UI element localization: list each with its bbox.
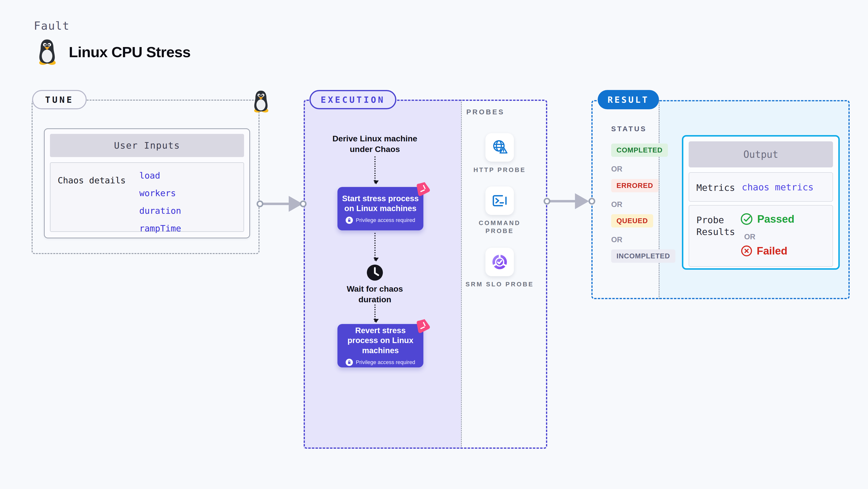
connector-dot bbox=[300, 200, 307, 207]
chaos-details-row: Chaos details load workers duration ramp… bbox=[50, 162, 244, 232]
terminal-icon bbox=[491, 192, 509, 210]
srm-slo-probe-label: SRM SLO PROBE bbox=[463, 280, 536, 288]
http-probe-card[interactable] bbox=[486, 133, 514, 162]
start-stress-node[interactable]: Start stress process on Linux machines P… bbox=[337, 187, 423, 230]
command-probe-label: COMMAND PROBE bbox=[463, 219, 536, 235]
revert-stress-node[interactable]: Revert stress process on Linux machines … bbox=[337, 324, 423, 367]
globe-alert-icon bbox=[491, 138, 509, 157]
lock-icon bbox=[346, 217, 353, 224]
failed-label: Failed bbox=[757, 245, 787, 257]
linux-tux-icon bbox=[35, 39, 59, 65]
passed-label: Passed bbox=[757, 213, 795, 225]
arrow-right-icon bbox=[575, 193, 589, 209]
passed-row: Passed bbox=[740, 212, 795, 226]
title-row: Linux CPU Stress bbox=[35, 39, 190, 65]
execution-label: EXECUTION bbox=[309, 90, 396, 109]
fault-kicker: Fault bbox=[34, 19, 69, 32]
result-label: RESULT bbox=[598, 90, 659, 109]
metrics-label: Metrics bbox=[696, 182, 735, 194]
status-badge-completed: COMPLETED bbox=[611, 143, 668, 157]
failed-row: Failed bbox=[740, 244, 787, 257]
tune-label: TUNE bbox=[32, 90, 87, 109]
probe-results-label: Probe Results bbox=[696, 214, 740, 238]
x-circle-icon bbox=[740, 244, 753, 257]
user-inputs-card: User Inputs Chaos details load workers d… bbox=[44, 128, 250, 238]
fault-diagram: Fault Linux CPU Stress TUNE User Inputs … bbox=[0, 0, 868, 489]
status-badge-incompleted: INCOMPLETED bbox=[611, 250, 675, 263]
user-inputs-header: User Inputs bbox=[50, 134, 244, 157]
chaos-fault-icon bbox=[416, 182, 431, 196]
or-label: OR bbox=[744, 233, 755, 241]
chaos-fault-icon bbox=[416, 319, 431, 333]
command-probe-card[interactable] bbox=[486, 187, 514, 215]
linux-tux-icon-small bbox=[251, 90, 271, 113]
page-title: Linux CPU Stress bbox=[69, 43, 190, 61]
wait-step-text: Wait for chaos duration bbox=[341, 284, 409, 305]
flow-arrow-icon bbox=[374, 233, 376, 261]
probe-results-row: Probe Results Passed OR Failed bbox=[689, 205, 833, 267]
or-label: OR bbox=[611, 235, 622, 244]
connector-dot bbox=[256, 200, 264, 207]
flow-arrow-icon bbox=[374, 156, 376, 183]
slo-donut-icon bbox=[490, 252, 509, 272]
or-label: OR bbox=[611, 200, 622, 209]
status-badge-queued: QUEUED bbox=[611, 214, 653, 227]
input-ramptime[interactable]: rampTime bbox=[139, 223, 181, 233]
connector-dot bbox=[588, 198, 595, 204]
check-circle-icon bbox=[740, 212, 753, 226]
status-badge-errored: ERRORED bbox=[611, 179, 658, 192]
chaos-details-label: Chaos details bbox=[58, 175, 126, 185]
inputs-list: load workers duration rampTime bbox=[139, 170, 181, 233]
input-duration[interactable]: duration bbox=[139, 206, 181, 216]
privilege-row: Privilege access required bbox=[346, 359, 415, 366]
start-stress-title: Start stress process on Linux machines bbox=[342, 193, 419, 214]
connector-dot bbox=[544, 198, 550, 204]
derive-step-text: Derive Linux machine under Chaos bbox=[327, 133, 423, 154]
srm-slo-probe-card[interactable] bbox=[486, 248, 514, 276]
flow-arrow-icon bbox=[374, 304, 376, 322]
lock-icon bbox=[346, 359, 353, 366]
privilege-note: Privilege access required bbox=[356, 359, 415, 365]
metrics-row: Metrics chaos metrics bbox=[689, 172, 833, 202]
input-workers[interactable]: workers bbox=[139, 188, 181, 198]
probes-label: PROBES bbox=[466, 108, 504, 116]
output-card: Output Metrics chaos metrics Probe Resul… bbox=[682, 135, 840, 270]
clock-icon bbox=[366, 264, 383, 281]
privilege-row: Privilege access required bbox=[346, 217, 415, 224]
chaos-metrics-link[interactable]: chaos metrics bbox=[742, 182, 813, 193]
or-label: OR bbox=[611, 165, 622, 173]
status-label: STATUS bbox=[611, 125, 647, 133]
revert-stress-title: Revert stress process on Linux machines bbox=[342, 325, 419, 355]
privilege-note: Privilege access required bbox=[356, 217, 415, 223]
output-header: Output bbox=[689, 141, 833, 167]
input-load[interactable]: load bbox=[139, 170, 181, 181]
http-probe-label: HTTP PROBE bbox=[463, 166, 536, 174]
